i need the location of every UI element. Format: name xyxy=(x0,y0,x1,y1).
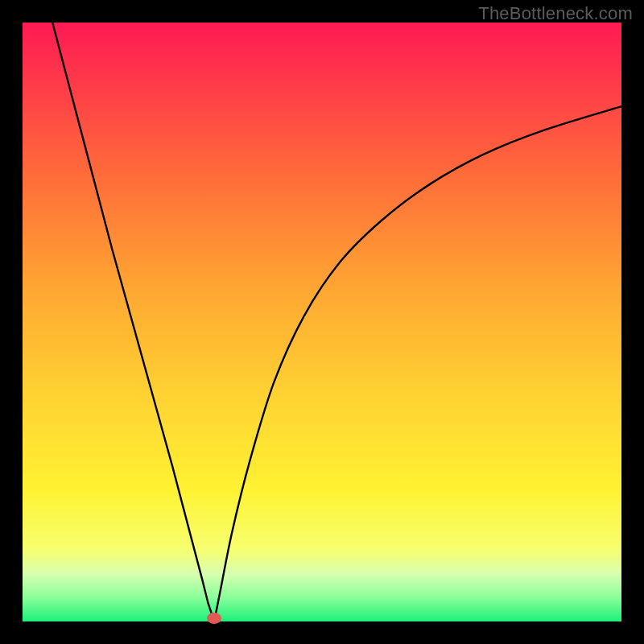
right-branch-line xyxy=(214,106,621,621)
chart-viewport: TheBottleneck.com xyxy=(0,0,644,644)
minimum-marker xyxy=(207,613,221,624)
left-branch-line xyxy=(52,23,214,621)
watermark: TheBottleneck.com xyxy=(478,3,633,24)
curve-layer xyxy=(23,23,621,621)
plot-area xyxy=(23,23,621,621)
